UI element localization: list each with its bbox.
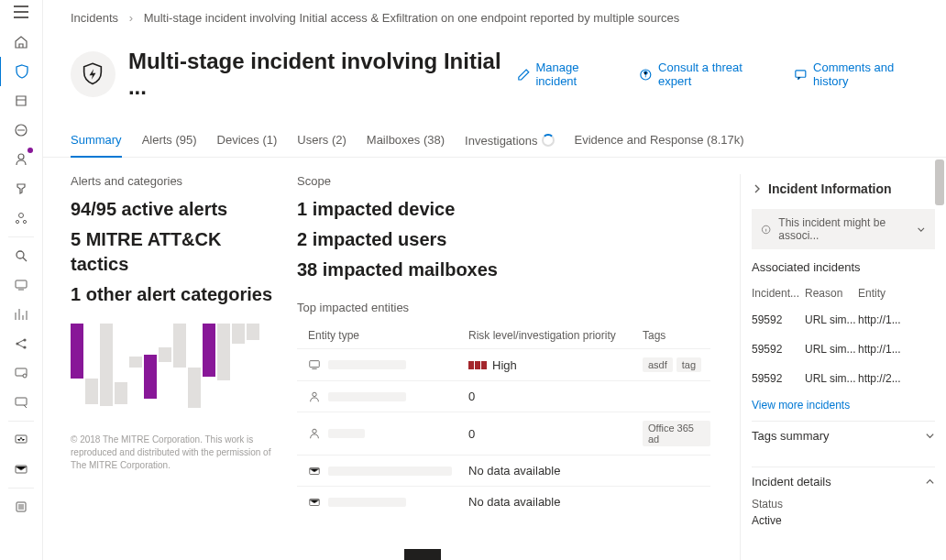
comments-history-button[interactable]: Comments and history: [794, 60, 930, 88]
nav-reports-icon[interactable]: [0, 300, 42, 329]
manage-incident-button[interactable]: Manage incident: [517, 60, 622, 88]
entity-row[interactable]: No data available: [297, 455, 710, 486]
tab-users[interactable]: Users (2): [297, 133, 346, 157]
entity-table-header: Entity type Risk level/investigation pri…: [297, 324, 710, 348]
nav-search-icon[interactable]: [0, 241, 42, 270]
impacted-users: 2 impacted users: [297, 227, 710, 252]
info-banner[interactable]: This incident might be associ...: [752, 209, 935, 249]
svg-point-19: [313, 429, 316, 433]
vertical-scrollbar[interactable]: [933, 158, 944, 560]
incident-details-section[interactable]: Incident details: [752, 467, 935, 496]
chevron-right-icon: [752, 183, 763, 194]
nav-learn-icon[interactable]: [0, 203, 42, 233]
chart-bar: [203, 324, 215, 377]
nav-hunting-icon[interactable]: [0, 86, 42, 115]
status-label: Status: [752, 496, 935, 512]
chart-bar: [159, 347, 171, 362]
chart-bar: [188, 368, 201, 408]
entity-row[interactable]: No data available: [297, 486, 710, 517]
scope-label: Scope: [297, 174, 710, 188]
nav-more-icon[interactable]: [0, 492, 42, 522]
nav-threat-icon[interactable]: [0, 145, 42, 174]
nav-action-icon[interactable]: [0, 115, 42, 145]
risk-high-icon: [468, 361, 487, 369]
top-entities-label: Top impacted entities: [297, 301, 710, 314]
chart-bar: [85, 379, 98, 404]
associated-incident-row[interactable]: 59592URL sim...http://2...: [752, 364, 935, 393]
nav-email-icon[interactable]: [0, 455, 42, 484]
breadcrumb-root[interactable]: Incidents: [71, 11, 118, 25]
chart-bar: [144, 355, 157, 399]
nav-endpoints-icon[interactable]: [0, 358, 42, 388]
left-nav: [0, 0, 43, 560]
associated-incident-row[interactable]: 59592URL sim...http://1...: [752, 335, 935, 364]
tabs: Summary Alerts (95) Devices (1) Users (2…: [43, 109, 946, 158]
tab-investigations[interactable]: Investigations: [465, 133, 555, 157]
entity-row[interactable]: 0Office 365 ad: [297, 412, 710, 455]
incident-shield-icon: [71, 51, 116, 97]
entity-tag: asdf: [643, 357, 673, 372]
nav-home-icon[interactable]: [0, 27, 42, 57]
impacted-devices: 1 impacted device: [297, 197, 710, 222]
svg-point-10: [23, 374, 27, 378]
status-value: Active: [752, 512, 935, 529]
hamburger-icon[interactable]: [14, 5, 28, 18]
spinner-icon: [542, 134, 555, 147]
view-more-incidents-link[interactable]: View more incidents: [752, 393, 935, 421]
redacted-name: [328, 360, 406, 369]
svg-point-2: [16, 220, 18, 223]
consult-expert-button[interactable]: Consult a threat expert: [639, 60, 776, 88]
svg-rect-11: [16, 398, 27, 405]
tab-alerts[interactable]: Alerts (95): [142, 133, 197, 157]
svg-point-1: [19, 214, 24, 218]
svg-point-0: [18, 154, 24, 159]
svg-rect-17: [310, 361, 320, 368]
tab-devices[interactable]: Devices (1): [217, 133, 278, 157]
chart-bar: [232, 324, 245, 344]
redacted-name: [328, 498, 406, 507]
alerts-chart: [71, 324, 277, 424]
tags-summary-section[interactable]: Tags summary: [752, 421, 935, 450]
svg-point-4: [16, 251, 24, 258]
horizontal-scrollbar-thumb[interactable]: [404, 549, 441, 560]
incident-info-header[interactable]: Incident Information: [752, 174, 935, 203]
nav-incidents-icon[interactable]: [0, 57, 43, 86]
entity-tag: tag: [676, 357, 701, 372]
chart-bar: [247, 324, 259, 340]
mitre-footnote: © 2018 The MITRE Corporation. This work …: [71, 434, 277, 472]
chart-bar: [115, 382, 127, 404]
associated-incident-row[interactable]: 59592URL sim...http://1...: [752, 305, 935, 335]
tab-mailboxes[interactable]: Mailboxes (38): [367, 133, 445, 157]
tab-evidence[interactable]: Evidence and Response (8.17k): [575, 133, 744, 157]
chart-bar: [129, 357, 142, 368]
risk-value: 0: [468, 427, 475, 441]
entity-row[interactable]: 0: [297, 380, 710, 412]
entity-row[interactable]: Highasdftag: [297, 348, 710, 380]
mitre-tactics-count: 5 MITRE ATT&CK tactics: [71, 227, 277, 277]
svg-point-18: [313, 392, 316, 396]
other-categories-count: 1 other alert categories: [71, 282, 277, 307]
impacted-mailboxes: 38 impacted mailboxes: [297, 258, 710, 282]
breadcrumb: Incidents › Multi-stage incident involvi…: [43, 0, 946, 32]
entity-tag: Office 365 ad: [643, 421, 710, 446]
page-title: Multi-stage incident involving Initial .…: [128, 49, 517, 100]
nav-share-icon[interactable]: [0, 329, 42, 358]
nav-config-icon[interactable]: [0, 388, 42, 417]
tab-summary[interactable]: Summary: [71, 133, 122, 158]
svg-rect-16: [796, 70, 806, 76]
info-icon: [761, 224, 771, 236]
chart-bar: [100, 324, 113, 406]
redacted-name: [328, 467, 452, 476]
nav-device-icon[interactable]: [0, 270, 42, 300]
chart-bar: [71, 324, 83, 379]
nav-health-icon[interactable]: [0, 425, 42, 455]
active-alerts-count: 94/95 active alerts: [71, 197, 277, 222]
svg-rect-5: [16, 280, 27, 288]
risk-value: 0: [468, 390, 475, 403]
risk-value: No data available: [468, 464, 560, 478]
redacted-name: [328, 429, 365, 438]
chart-bar: [173, 324, 186, 368]
redacted-name: [328, 392, 406, 401]
nav-score-icon[interactable]: [0, 174, 42, 203]
breadcrumb-current: Multi-stage incident involving Initial a…: [144, 11, 680, 25]
